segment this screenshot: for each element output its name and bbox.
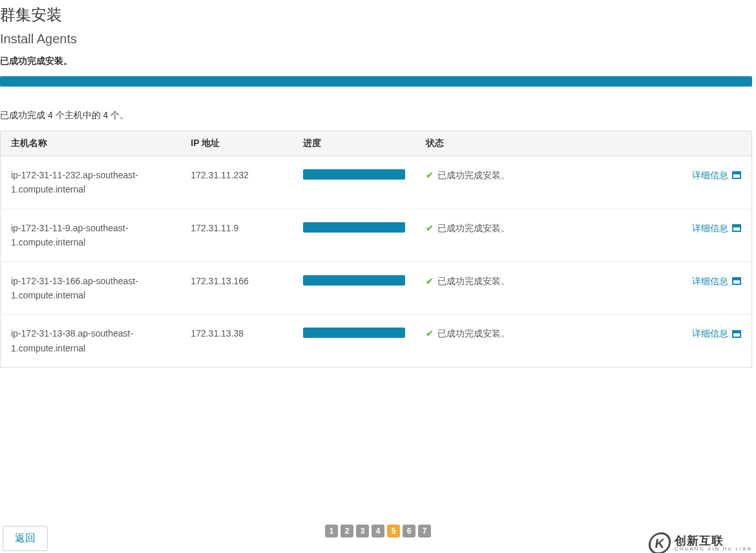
table-row: ip-172-31-11-232.ap-southeast-1.compute.… xyxy=(1,156,752,209)
col-header-status: 状态 xyxy=(415,131,638,156)
cell-ip: 172.31.13.38 xyxy=(180,315,292,368)
col-header-progress: 进度 xyxy=(293,131,415,156)
check-icon: ✔ xyxy=(426,274,434,288)
cell-ip: 172.31.11.9 xyxy=(180,209,292,262)
detail-link-label: 详细信息 xyxy=(692,326,728,340)
table-header-row: 主机名称 IP 地址 进度 状态 xyxy=(1,131,752,156)
pager-step-4: 4 xyxy=(372,525,384,537)
open-icon xyxy=(732,171,741,179)
brand-logo: K 创新互联 CHUANG XIN HU LIAN xyxy=(649,532,752,553)
page-title: 群集安装 xyxy=(0,0,756,32)
cell-status: ✔已成功完成安装。 xyxy=(415,209,638,262)
check-icon: ✔ xyxy=(426,326,434,340)
status-text: 已成功完成安装。 xyxy=(437,328,510,339)
cell-detail: 详细信息 xyxy=(638,315,752,368)
brand-name-en: CHUANG XIN HU LIAN xyxy=(675,547,752,552)
detail-link[interactable]: 详细信息 xyxy=(692,221,741,235)
detail-link-label: 详细信息 xyxy=(692,168,728,182)
detail-link[interactable]: 详细信息 xyxy=(692,274,741,288)
hosts-table: 主机名称 IP 地址 进度 状态 ip-172-31-11-232.ap-sou… xyxy=(0,130,752,368)
pager-step-5: 5 xyxy=(387,525,400,537)
table-row: ip-172-31-13-38.ap-southeast-1.compute.i… xyxy=(1,315,752,368)
cell-detail: 详细信息 xyxy=(638,209,752,262)
table-row: ip-172-31-13-166.ap-southeast-1.compute.… xyxy=(1,262,752,315)
cell-host: ip-172-31-13-38.ap-southeast-1.compute.i… xyxy=(1,315,181,368)
cell-host: ip-172-31-11-9.ap-southeast-1.compute.in… xyxy=(1,209,181,262)
cell-progress xyxy=(293,156,415,209)
cell-status: ✔已成功完成安装。 xyxy=(415,315,638,368)
brand-name-cn: 创新互联 xyxy=(675,535,752,547)
cell-progress xyxy=(293,209,415,262)
cell-status: ✔已成功完成安装。 xyxy=(415,262,638,315)
step-pager: 1234567 xyxy=(325,525,431,537)
detail-link[interactable]: 详细信息 xyxy=(692,168,741,182)
cell-ip: 172.31.13.166 xyxy=(180,262,292,315)
cell-detail: 详细信息 xyxy=(638,156,752,209)
detail-link-label: 详细信息 xyxy=(692,221,728,235)
cell-progress xyxy=(293,315,415,368)
pager-step-1: 1 xyxy=(325,525,338,537)
footer: 返回 1234567 K 创新互联 CHUANG XIN HU LIAN xyxy=(0,521,756,553)
cell-ip: 172.31.11.232 xyxy=(180,156,292,209)
row-progress-bar xyxy=(303,169,405,180)
open-icon xyxy=(732,277,741,285)
col-header-host: 主机名称 xyxy=(1,131,181,156)
cell-status: ✔已成功完成安装。 xyxy=(415,156,638,209)
detail-link[interactable]: 详细信息 xyxy=(692,326,741,340)
table-body: ip-172-31-11-232.ap-southeast-1.compute.… xyxy=(1,156,752,368)
check-icon: ✔ xyxy=(426,168,434,182)
status-text: 已成功完成安装。 xyxy=(437,276,510,286)
cell-progress xyxy=(293,262,415,315)
row-progress-bar xyxy=(303,328,405,338)
brand-mark-icon: K xyxy=(647,532,673,553)
open-icon xyxy=(732,224,741,232)
col-header-ip: IP 地址 xyxy=(180,131,292,156)
back-button[interactable]: 返回 xyxy=(3,526,48,551)
status-text: 已成功完成安装。 xyxy=(437,223,510,233)
summary-text: 已成功完成 4 个主机中的 4 个。 xyxy=(0,110,756,130)
pager-step-6: 6 xyxy=(403,525,415,537)
status-text: 已成功完成安装。 xyxy=(437,170,510,180)
cell-detail: 详细信息 xyxy=(638,262,752,315)
table-row: ip-172-31-11-9.ap-southeast-1.compute.in… xyxy=(1,209,752,262)
pager-step-3: 3 xyxy=(356,525,369,537)
install-success-message: 已成功完成安装。 xyxy=(0,56,756,76)
pager-step-2: 2 xyxy=(341,525,353,537)
row-progress-bar xyxy=(303,275,405,286)
pager-step-7: 7 xyxy=(418,525,431,537)
cell-host: ip-172-31-13-166.ap-southeast-1.compute.… xyxy=(1,262,181,315)
open-icon xyxy=(732,330,741,338)
page-subtitle: Install Agents xyxy=(0,32,756,56)
overall-progress-bar xyxy=(0,76,752,87)
row-progress-bar xyxy=(303,222,405,233)
cell-host: ip-172-31-11-232.ap-southeast-1.compute.… xyxy=(1,156,181,209)
check-icon: ✔ xyxy=(426,221,434,235)
detail-link-label: 详细信息 xyxy=(692,274,728,288)
